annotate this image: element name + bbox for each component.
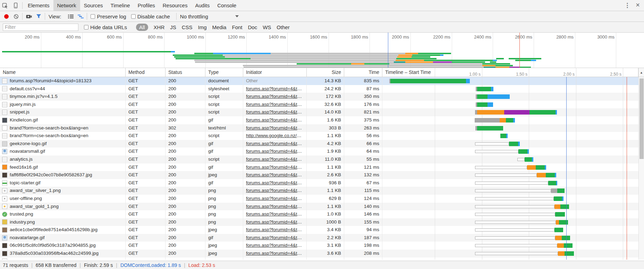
network-overview[interactable]: 200 ms400 ms600 ms800 ms1000 ms1200 ms14…: [0, 33, 644, 68]
waterfall-bar[interactable]: [506, 134, 508, 138]
waterfall-bar[interactable]: [560, 204, 569, 209]
waterfall-bar[interactable]: [488, 102, 493, 107]
waterfall-queued-bar[interactable]: [475, 182, 548, 185]
table-row[interactable]: default.css?v=44GET200stylesheetforums.a…: [0, 85, 638, 93]
clear-network-log-button[interactable]: [11, 12, 21, 21]
filter-toggle-button[interactable]: [34, 12, 43, 21]
filter-pill-doc[interactable]: Doc: [248, 24, 257, 30]
waterfall-bar[interactable]: [477, 87, 491, 91]
filter-pill-all[interactable]: All: [136, 24, 148, 31]
filter-input[interactable]: [3, 24, 78, 31]
waterfall-bar[interactable]: [477, 102, 488, 107]
waterfall-queued-bar[interactable]: [475, 205, 554, 208]
tab-audits[interactable]: Audits: [191, 0, 213, 11]
tab-profiles[interactable]: Profiles: [134, 0, 159, 11]
column-header-time[interactable]: Time: [344, 68, 382, 77]
waterfall-bar[interactable]: [556, 181, 557, 185]
tab-network[interactable]: Network: [53, 0, 80, 11]
table-row[interactable]: tinymce.min.js?v=4.1.5GET200scriptforums…: [0, 93, 638, 101]
waterfall-bar[interactable]: [546, 173, 555, 177]
column-header-size[interactable]: Size: [307, 68, 344, 77]
overflow-menu-icon[interactable]: ⋮: [621, 2, 634, 9]
table-row[interactable]: KindleIcon.gifGET200gifforums.asp?forumi…: [0, 116, 638, 124]
waterfall-bar[interactable]: [556, 220, 559, 225]
waterfall-queued-bar[interactable]: [475, 189, 551, 192]
waterfall-bar[interactable]: [564, 243, 573, 248]
waterfall-bar[interactable]: [554, 204, 560, 209]
initiator-link[interactable]: forums.asp?forumid=4&topici…: [246, 157, 307, 162]
table-row[interactable]: noavatarlarge.gifGET200gifforums.asp?for…: [0, 234, 638, 242]
waterfall-bar[interactable]: [557, 188, 565, 193]
waterfall-queued-bar[interactable]: [475, 221, 556, 224]
table-row[interactable]: faff6ff8e0f2942c0ec07b8e90582637.jpgGET2…: [0, 171, 638, 179]
filter-pill-js[interactable]: JS: [170, 24, 176, 30]
table-row[interactable]: noavatarsmall.gifGET200gifforums.asp?for…: [0, 148, 638, 155]
waterfall-bar[interactable]: [555, 212, 565, 217]
table-row[interactable]: geekzone-logo.gifGET200gifforums.asp?for…: [0, 140, 638, 148]
waterfall-bar[interactable]: [558, 251, 565, 256]
table-row[interactable]: snippet.jsGET200scriptforums.asp?forumid…: [0, 108, 638, 116]
initiator-link[interactable]: forums.asp?forumid=4&topici…: [246, 102, 307, 107]
column-header-timeline[interactable]: Timeline – Start Time1.00 s1.50 s2.00 s2…: [382, 68, 638, 77]
initiator-link[interactable]: forums.asp?forumid=4&topici…: [246, 227, 307, 232]
initiator-link[interactable]: forums.asp?forumid=4&topici…: [246, 172, 307, 177]
waterfall-bar[interactable]: [500, 134, 506, 138]
waterfall-bar[interactable]: [525, 157, 532, 162]
waterfall-bar[interactable]: [532, 157, 533, 162]
initiator-link[interactable]: forums.asp?forumid=4&topici…: [246, 219, 307, 225]
close-devtools-icon[interactable]: ×: [634, 1, 644, 10]
scrollbar-thumb[interactable]: [639, 78, 644, 159]
vertical-scrollbar[interactable]: [638, 77, 644, 260]
waterfall-bar[interactable]: [562, 236, 570, 240]
waterfall-queued-bar[interactable]: [475, 228, 554, 232]
filter-pill-img[interactable]: Img: [198, 24, 207, 30]
table-row[interactable]: brand?form=cse-search-box&lang=enGET200s…: [0, 132, 638, 140]
table-row[interactable]: user-offline.pngGET200pngforums.asp?foru…: [0, 195, 638, 203]
waterfall-queued-bar[interactable]: [475, 166, 527, 169]
waterfall-bar[interactable]: [509, 142, 518, 146]
waterfall-queued-bar[interactable]: [475, 142, 509, 145]
filter-pill-xhr[interactable]: XHR: [154, 24, 165, 30]
filter-pill-media[interactable]: Media: [212, 24, 227, 30]
initiator-link[interactable]: forums.asp?forumid=4&topici…: [246, 204, 307, 209]
waterfall-queued-bar[interactable]: [475, 213, 555, 216]
waterfall-bar[interactable]: [475, 118, 500, 123]
table-row[interactable]: 378a8d5c030a033956fb4ac462c24599.jpgGET2…: [0, 250, 638, 258]
table-row[interactable]: feed16x16.gifGET200gifforums.asp?forumid…: [0, 163, 638, 171]
waterfall-bar[interactable]: [555, 173, 556, 177]
throttling-select[interactable]: No throttling: [178, 14, 241, 19]
filmstrip-capture-button[interactable]: [24, 12, 34, 21]
waterfall-bar[interactable]: [559, 220, 568, 225]
waterfall-bar[interactable]: [491, 87, 493, 91]
record-network-log-button[interactable]: [1, 12, 11, 21]
table-row-partial[interactable]: [0, 258, 638, 260]
tab-elements[interactable]: Elements: [24, 0, 53, 11]
waterfall-bar[interactable]: [466, 79, 470, 83]
initiator-link[interactable]: forums.asp?forumid=4&topici…: [246, 94, 307, 99]
initiator-link[interactable]: forums.asp?forumid=4&topici…: [246, 165, 307, 170]
table-row[interactable]: ae8ce1cbe0f9fede8751e4a04516298b.jpgGET2…: [0, 226, 638, 234]
filter-pill-ws[interactable]: WS: [263, 24, 271, 30]
initiator-link[interactable]: forums.asp?forumid=4&topici…: [246, 86, 307, 91]
waterfall-bar[interactable]: [562, 196, 564, 201]
column-header-method[interactable]: Method: [126, 68, 166, 77]
column-header-type[interactable]: Type: [205, 68, 243, 77]
initiator-link[interactable]: forums.asp?forumid=4&topici…: [246, 251, 307, 256]
initiator-link[interactable]: forums.asp?forumid=4&topici…: [246, 109, 307, 115]
hide-data-urls-checkbox[interactable]: [84, 25, 88, 30]
column-header-status[interactable]: Status: [166, 68, 205, 77]
waterfall-queued-bar[interactable]: [475, 197, 554, 200]
table-row[interactable]: analytics.jsGET200scriptforums.asp?forum…: [0, 155, 638, 163]
device-toolbar-icon[interactable]: [10, 1, 21, 10]
waterfall-bar[interactable]: [527, 165, 536, 170]
waterfall-bar[interactable]: [556, 110, 557, 115]
initiator-link[interactable]: forums.asp?forumid=4&topici…: [246, 149, 307, 154]
waterfall-bar[interactable]: [537, 173, 546, 177]
table-row[interactable]: 06c991f5c8fc0f9d509c3187a2904855.jpgGET2…: [0, 242, 638, 250]
waterfall-bar[interactable]: [488, 94, 510, 99]
filter-pill-font[interactable]: Font: [232, 24, 242, 30]
waterfall-bar[interactable]: [536, 165, 545, 170]
tab-timeline[interactable]: Timeline: [107, 0, 134, 11]
initiator-link[interactable]: forums.asp?forumid=4&topici…: [246, 235, 307, 240]
waterfall-queued-bar[interactable]: [475, 174, 537, 177]
